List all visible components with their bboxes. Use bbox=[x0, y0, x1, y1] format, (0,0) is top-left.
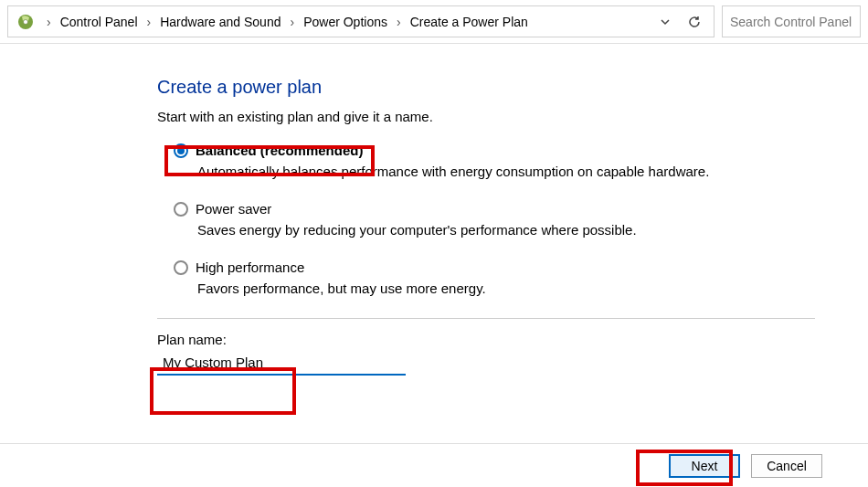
search-box[interactable] bbox=[722, 5, 861, 37]
plan-label-powersaver: Power saver bbox=[196, 201, 271, 217]
radio-powersaver[interactable] bbox=[174, 202, 188, 217]
chevron-right-icon: › bbox=[41, 15, 57, 29]
content-area: Create a power plan Start with an existi… bbox=[0, 44, 868, 376]
page-subtitle: Start with an existing plan and give it … bbox=[157, 109, 868, 124]
refresh-icon[interactable] bbox=[686, 14, 703, 30]
plan-option-powersaver[interactable]: Power saver Saves energy by reducing you… bbox=[157, 201, 868, 238]
plan-desc-balanced: Automatically balances performance with … bbox=[197, 164, 868, 179]
plan-label-balanced: Balanced (recommended) bbox=[196, 143, 363, 158]
plan-option-highperf[interactable]: High performance Favors performance, but… bbox=[157, 259, 868, 296]
radio-balanced[interactable] bbox=[174, 143, 188, 158]
plan-desc-powersaver: Saves energy by reducing your computer's… bbox=[197, 222, 868, 238]
breadcrumb-item-power-options[interactable]: Power Options bbox=[300, 11, 391, 33]
header-bar: › Control Panel › Hardware and Sound › P… bbox=[0, 0, 868, 44]
search-input[interactable] bbox=[730, 15, 852, 29]
chevron-right-icon: › bbox=[284, 15, 300, 29]
chevron-right-icon: › bbox=[142, 15, 157, 29]
svg-point-1 bbox=[24, 19, 28, 24]
radio-highperf[interactable] bbox=[174, 260, 188, 275]
page-title: Create a power plan bbox=[157, 77, 868, 98]
plan-name-section: Plan name: bbox=[157, 332, 868, 376]
breadcrumb[interactable]: › Control Panel › Hardware and Sound › P… bbox=[7, 5, 715, 37]
breadcrumb-item-hardware[interactable]: Hardware and Sound bbox=[156, 11, 284, 33]
control-panel-icon bbox=[16, 12, 36, 32]
cancel-button[interactable]: Cancel bbox=[751, 454, 822, 478]
plan-name-input[interactable] bbox=[157, 351, 406, 376]
next-button[interactable]: Next bbox=[669, 454, 740, 478]
footer-bar: Next Cancel bbox=[0, 443, 868, 487]
chevron-right-icon: › bbox=[391, 15, 407, 29]
chevron-down-icon[interactable] bbox=[657, 14, 673, 30]
plan-label-highperf: High performance bbox=[196, 259, 304, 275]
plan-option-balanced[interactable]: Balanced (recommended) Automatically bal… bbox=[157, 143, 868, 179]
breadcrumb-item-create-plan[interactable]: Create a Power Plan bbox=[407, 11, 532, 33]
plan-desc-highperf: Favors performance, but may use more ene… bbox=[197, 281, 868, 296]
divider bbox=[157, 318, 815, 319]
breadcrumb-item-control-panel[interactable]: Control Panel bbox=[57, 11, 142, 33]
plan-name-label: Plan name: bbox=[157, 332, 868, 347]
